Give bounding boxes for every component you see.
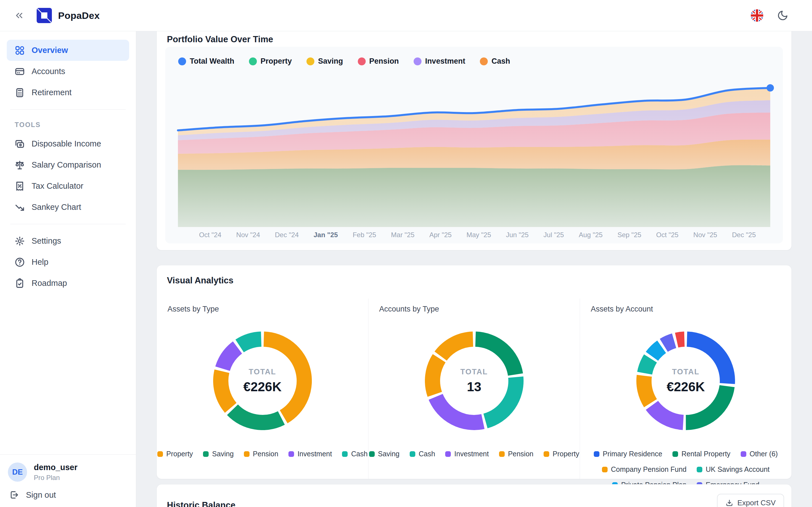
grid-icon	[15, 45, 25, 55]
legend-dot	[741, 451, 746, 457]
legend-item[interactable]: Property	[249, 57, 292, 66]
export-csv-button[interactable]: Export CSV	[717, 494, 784, 507]
legend-dot	[244, 451, 250, 457]
uk-flag-icon	[751, 9, 763, 22]
sidebar-item-sankey-chart[interactable]: Sankey Chart	[7, 196, 129, 218]
sidebar-item-tax-calculator[interactable]: Tax Calculator	[7, 175, 129, 196]
sidebar-item-overview[interactable]: Overview	[7, 40, 129, 61]
legend-label: Pension	[253, 450, 278, 458]
language-flag-button[interactable]	[751, 9, 763, 22]
historic-balance-card: Historic Balance Export CSV	[156, 484, 792, 507]
sidebar-item-salary-comparison[interactable]: Salary Comparison	[7, 154, 129, 175]
sidebar-item-label: Help	[32, 258, 49, 267]
tools-section-label: TOOLS	[7, 116, 129, 133]
legend-label: UK Savings Account	[706, 465, 770, 473]
donut-legend-item[interactable]: Other (6)	[741, 450, 778, 458]
x-axis-tick: Feb "25	[353, 231, 376, 239]
legend-label: Pension	[369, 57, 399, 66]
legend-label: Investment	[297, 450, 332, 458]
donut-legend-item[interactable]: Rental Property	[672, 450, 730, 458]
x-axis-tick: Jun "25	[506, 231, 529, 239]
historic-balance-title: Historic Balance	[167, 500, 236, 507]
user-profile[interactable]: DE demo_user Pro Plan	[8, 462, 129, 482]
user-name: demo_user	[34, 463, 78, 472]
legend-item[interactable]: Saving	[306, 57, 343, 66]
sidebar-item-help[interactable]: Help	[7, 251, 129, 273]
legend-item[interactable]: Investment	[414, 57, 465, 66]
portfolio-x-axis: Oct "24Nov "24Dec "24Jan "25Feb "25Mar "…	[165, 231, 783, 239]
donut-legend-item[interactable]: Company Pension Fund	[602, 465, 687, 473]
help-circle-icon	[15, 257, 25, 267]
sidebar-divider	[10, 109, 126, 110]
user-plan-badge: Pro Plan	[34, 474, 78, 482]
accounts-by-type-panel: Accounts by Type TOTAL 13 SavingCashInve…	[368, 298, 580, 479]
sidebar-item-accounts[interactable]: Accounts	[7, 61, 129, 82]
sidebar-item-label: Accounts	[32, 67, 65, 76]
legend-label: Company Pension Fund	[611, 465, 687, 473]
x-axis-tick: Dec "25	[732, 231, 756, 239]
donut-legend-item[interactable]: Cash	[342, 450, 367, 458]
legend-dot	[157, 451, 163, 457]
donut-legend-item[interactable]: Pension	[244, 450, 278, 458]
legend-label: Investment	[454, 450, 489, 458]
portfolio-chart-panel: Total WealthPropertySavingPensionInvestm…	[165, 47, 783, 243]
download-icon	[725, 499, 733, 507]
export-csv-label: Export CSV	[737, 499, 776, 507]
sidebar-item-roadmap[interactable]: Roadmap	[7, 273, 129, 294]
donut-center-label: TOTAL 13	[425, 332, 523, 430]
donut-legend-item[interactable]: Cash	[410, 450, 435, 458]
donut-legend-item[interactable]: Property	[157, 450, 193, 458]
gear-icon	[15, 236, 25, 246]
donut-center-label: TOTAL €226K	[213, 332, 312, 430]
legend-dot	[602, 467, 608, 472]
legend-label: Other (6)	[750, 450, 778, 458]
x-axis-tick: Oct "25	[656, 231, 678, 239]
donut-legend-item[interactable]: Pension	[499, 450, 534, 458]
collapse-sidebar-button[interactable]	[13, 9, 26, 22]
trending-down-icon	[15, 202, 25, 212]
scale-icon	[15, 160, 25, 170]
app-name: PopaDex	[58, 10, 100, 21]
donut-legend-item[interactable]: UK Savings Account	[697, 465, 770, 473]
sign-out-button[interactable]: Sign out	[8, 490, 129, 500]
x-axis-tick: Jan "25	[313, 231, 338, 239]
sidebar-item-label: Roadmap	[32, 279, 67, 288]
legend-item[interactable]: Pension	[358, 57, 399, 66]
legend-label: Saving	[212, 450, 234, 458]
total-wealth-endpoint	[767, 84, 774, 92]
legend-dot	[289, 451, 294, 457]
legend-dot	[594, 451, 599, 457]
donut-total-caption: TOTAL	[672, 368, 700, 376]
assets-by-account-legend: Primary ResidenceRental PropertyOther (6…	[580, 450, 792, 489]
portfolio-area-chart[interactable]	[165, 78, 783, 230]
donut-legend-item[interactable]: Saving	[369, 450, 400, 458]
donut-legend-item[interactable]: Property	[544, 450, 579, 458]
top-header: PopaDex	[0, 0, 812, 31]
sidebar-item-label: Retirement	[32, 88, 71, 97]
sidebar-item-retirement[interactable]: Retirement	[7, 82, 129, 103]
area-band-property	[178, 165, 770, 227]
donut-total-caption: TOTAL	[460, 368, 488, 376]
dark-mode-toggle[interactable]	[777, 10, 788, 21]
panel-title: Accounts by Type	[379, 305, 580, 314]
x-axis-tick: Mar "25	[391, 231, 414, 239]
sidebar-item-label: Overview	[32, 46, 68, 55]
donut-legend-item[interactable]: Primary Residence	[594, 450, 662, 458]
donut-legend-item[interactable]: Investment	[445, 450, 489, 458]
receipt-percent-icon	[15, 181, 25, 191]
donut-legend-item[interactable]: Investment	[289, 450, 332, 458]
portfolio-card-title: Portfolio Value Over Time	[167, 34, 273, 45]
sidebar-item-settings[interactable]: Settings	[7, 230, 129, 251]
legend-item[interactable]: Cash	[480, 57, 510, 66]
legend-dot	[342, 451, 348, 457]
legend-item[interactable]: Total Wealth	[178, 57, 234, 66]
clipboard-check-icon	[15, 278, 25, 288]
legend-dot	[358, 57, 366, 65]
legend-dot	[499, 451, 505, 457]
sidebar-item-label: Disposable Income	[32, 139, 101, 149]
donut-legend-item[interactable]: Saving	[203, 450, 234, 458]
sidebar-item-disposable-income[interactable]: Disposable Income	[7, 133, 129, 154]
sidebar-item-label: Salary Comparison	[32, 160, 101, 170]
x-axis-tick: Dec "24	[275, 231, 299, 239]
legend-dot	[306, 57, 314, 65]
